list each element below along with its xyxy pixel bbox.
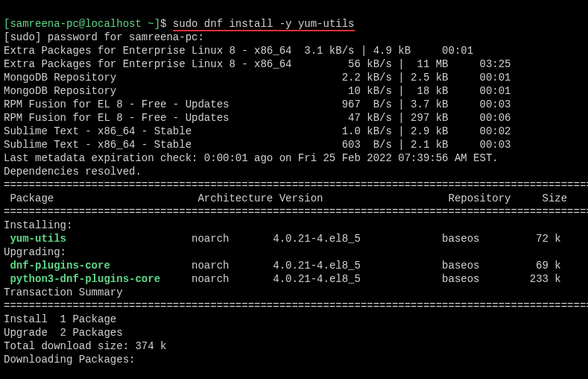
- package-details: noarch 4.0.21-4.el8_5 baseos 233 k: [160, 273, 561, 285]
- prompt-line[interactable]: [samreena-pc@localhost ~]$ sudo dnf inst…: [4, 4, 584, 31]
- repo-line: Sublime Text - x86_64 - Stable 1.0 kB/s …: [4, 125, 584, 138]
- prompt-symbol: $: [160, 18, 166, 30]
- downloading-packages: Downloading Packages:: [4, 353, 584, 366]
- repo-line: MongoDB Repository 2.2 kB/s | 2.5 kB 00:…: [4, 71, 584, 84]
- repo-line: Extra Packages for Enterprise Linux 8 - …: [4, 44, 584, 57]
- repo-line: RPM Fusion for EL 8 - Free - Updates 47 …: [4, 111, 584, 125]
- package-row: yum-utils noarch 4.0.21-4.el8_5 baseos 7…: [4, 232, 584, 245]
- transaction-summary-label: Transaction Summary: [4, 286, 584, 299]
- package-name: dnf-plugins-core: [4, 260, 110, 272]
- package-name: python3-dnf-plugins-core: [4, 273, 160, 285]
- package-name: yum-utils: [4, 233, 66, 245]
- command-text: sudo dnf install -y yum-utils: [173, 18, 355, 31]
- install-count: Install 1 Package: [4, 313, 584, 326]
- divider: ========================================…: [4, 299, 584, 313]
- metadata-line: Last metadata expiration check: 0:00:01 …: [4, 151, 584, 165]
- repo-line: Extra Packages for Enterprise Linux 8 - …: [4, 57, 584, 71]
- upgrading-label: Upgrading:: [4, 245, 584, 259]
- table-header: Package Architecture Version Repository …: [4, 192, 584, 205]
- repo-line: RPM Fusion for EL 8 - Free - Updates 967…: [4, 98, 584, 111]
- repo-line: MongoDB Repository 10 kB/s | 18 kB 00:01: [4, 84, 584, 98]
- divider: ========================================…: [4, 178, 584, 192]
- prompt-user-host: [samreena-pc@localhost ~]: [4, 18, 160, 30]
- installing-label: Installing:: [4, 219, 584, 232]
- upgrade-count: Upgrade 2 Packages: [4, 326, 584, 339]
- dependencies-resolved: Dependencies resolved.: [4, 165, 584, 178]
- package-row: python3-dnf-plugins-core noarch 4.0.21-4…: [4, 272, 584, 286]
- total-download-size: Total download size: 374 k: [4, 339, 584, 353]
- package-details: noarch 4.0.21-4.el8_5 baseos 72 k: [66, 233, 561, 245]
- package-details: noarch 4.0.21-4.el8_5 baseos 69 k: [110, 260, 561, 272]
- divider: ========================================…: [4, 205, 584, 219]
- repo-line: Sublime Text - x86_64 - Stable 603 B/s |…: [4, 138, 584, 151]
- sudo-password-line: [sudo] password for samreena-pc:: [4, 31, 584, 44]
- package-row: dnf-plugins-core noarch 4.0.21-4.el8_5 b…: [4, 259, 584, 272]
